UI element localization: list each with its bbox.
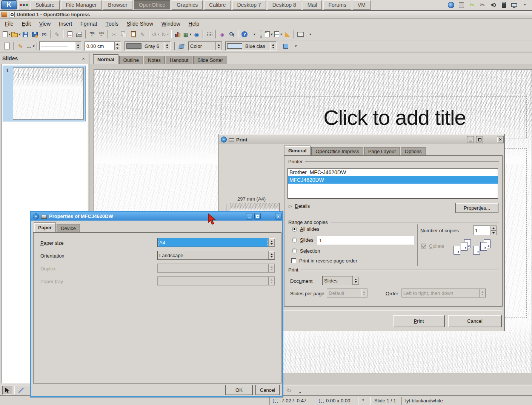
print-confirm-button[interactable]: Print bbox=[393, 315, 445, 327]
print-tab-options[interactable]: Options bbox=[401, 147, 426, 155]
reverse-order-checkbox[interactable]: Print in reverse page order bbox=[291, 258, 357, 264]
line-width-spinner[interactable]: 0.00 cm bbox=[85, 41, 121, 51]
cut-button[interactable]: ✂ bbox=[110, 30, 119, 39]
spellcheck-button[interactable]: ABC✓ bbox=[88, 30, 97, 39]
taskbar-item-openoffice[interactable]: OpenOffice bbox=[134, 0, 171, 10]
tab-slide-sorter[interactable]: Slide Sorter bbox=[193, 56, 227, 64]
copies-spinner[interactable]: 1 bbox=[473, 226, 497, 235]
tab-handout[interactable]: Handout bbox=[166, 56, 192, 64]
taskbar-item-calibre[interactable]: Calibre bbox=[204, 0, 231, 10]
props-close-button[interactable]: × bbox=[275, 213, 281, 219]
save-as-button[interactable] bbox=[30, 30, 39, 39]
slideshow-button[interactable] bbox=[296, 30, 305, 39]
printer-list-item[interactable]: Brother_MFC-J4620DW bbox=[288, 169, 498, 176]
desktop-pager-button[interactable] bbox=[18, 0, 29, 9]
title-placeholder[interactable]: Click to add title bbox=[221, 96, 527, 138]
tab-normal[interactable]: Normal bbox=[93, 54, 118, 64]
taskbar-item-forums[interactable]: Forums bbox=[323, 0, 351, 10]
autospellcheck-button[interactable]: ABC~ bbox=[97, 30, 106, 39]
edit-file-button[interactable]: ✎ bbox=[52, 30, 62, 39]
display-settings-icon[interactable] bbox=[510, 1, 518, 9]
volume-icon[interactable] bbox=[489, 1, 497, 9]
props-tab-paper[interactable]: Paper bbox=[34, 222, 56, 232]
save-button[interactable] bbox=[21, 30, 30, 39]
insert-chart-button[interactable] bbox=[173, 30, 182, 39]
menu-window[interactable]: Window bbox=[157, 19, 185, 29]
menu-file[interactable]: File bbox=[1, 19, 18, 29]
taskbar-item-vm[interactable]: VM bbox=[353, 0, 371, 10]
copy-button[interactable] bbox=[119, 30, 128, 39]
tray-collapse-arrow-icon[interactable] bbox=[521, 1, 529, 9]
clone-formatting-button[interactable]: ✎ bbox=[138, 30, 147, 39]
print-minimize-button[interactable] bbox=[467, 136, 474, 143]
taskbar-item-desktop7[interactable]: Desktop 7 bbox=[232, 0, 266, 10]
slides-range-input[interactable]: 1 bbox=[317, 236, 414, 245]
layout-name[interactable]: lyt-blackandwhite bbox=[405, 398, 443, 403]
hyperlink-button[interactable]: ◉ bbox=[192, 30, 201, 39]
select-tool-button[interactable] bbox=[2, 386, 12, 395]
taskbar-item-browser[interactable]: Browser bbox=[103, 0, 132, 10]
toolbar-drag-handle[interactable] bbox=[260, 30, 262, 38]
paper-size-combo[interactable]: A4 bbox=[157, 238, 275, 247]
props-minimize-button[interactable] bbox=[246, 213, 252, 219]
display-grid-button[interactable] bbox=[205, 30, 214, 39]
tab-outline[interactable]: Outline bbox=[119, 56, 143, 64]
radio-all-slides[interactable]: All slides bbox=[292, 226, 319, 232]
props-dialog-titlebar[interactable]: ~ Properties of MFCJ4620DW bbox=[31, 212, 282, 221]
insert-table-button[interactable]: ▦▾ bbox=[183, 30, 192, 39]
taskbar-item-solitaire[interactable]: Solitaire bbox=[31, 0, 60, 10]
area-style-bucket-icon[interactable] bbox=[177, 41, 186, 51]
radio-selection[interactable]: Selection bbox=[292, 248, 320, 254]
taskbar-item-file-manager[interactable]: File Manager bbox=[61, 0, 102, 10]
line-color-combo[interactable]: Gray 6 bbox=[125, 41, 171, 51]
paste-button[interactable] bbox=[129, 30, 138, 39]
print-tab-impress[interactable]: OpenOffice Impress bbox=[311, 147, 363, 155]
details-expander[interactable]: ▷ Details bbox=[289, 203, 310, 209]
new-document-button[interactable]: ▾ bbox=[2, 30, 11, 39]
fill-type-combo[interactable]: Color bbox=[188, 41, 222, 51]
line-style-combo[interactable] bbox=[39, 41, 81, 51]
email-document-button[interactable]: ✉ bbox=[40, 30, 49, 39]
slide-design-button[interactable] bbox=[283, 30, 292, 39]
kde-start-button[interactable]: K bbox=[1, 0, 17, 9]
arrow-style-button[interactable]: ↔▾ bbox=[26, 41, 35, 51]
slides-panel-close-icon[interactable]: × bbox=[80, 55, 86, 61]
props-cancel-button[interactable]: Cancel bbox=[255, 385, 280, 395]
zoom-button[interactable]: ▾ bbox=[227, 30, 236, 39]
taskbar-item-graphics[interactable]: Graphics bbox=[172, 0, 203, 10]
props-ok-button[interactable]: OK bbox=[225, 385, 253, 395]
window-menu-icon[interactable] bbox=[2, 12, 7, 17]
scissors-icon[interactable]: ✂ bbox=[479, 1, 486, 9]
properties-button[interactable]: Properties... bbox=[455, 203, 498, 213]
fill-color-combo[interactable]: Blue clas bbox=[225, 41, 277, 51]
redo-button[interactable]: ↻▾ bbox=[160, 30, 169, 39]
props-maximize-button[interactable] bbox=[254, 213, 261, 219]
line-style-pen-button[interactable]: ✎ bbox=[16, 41, 25, 51]
menu-insert[interactable]: Insert bbox=[55, 19, 76, 29]
menu-view[interactable]: View bbox=[35, 19, 55, 29]
props-tab-device[interactable]: Device bbox=[57, 224, 80, 232]
menu-format[interactable]: Format bbox=[76, 19, 101, 29]
window-titlebar[interactable]: Untitled 1 - OpenOffice Impress bbox=[0, 11, 532, 19]
slide-thumbnail-page[interactable] bbox=[13, 68, 84, 120]
open-button[interactable]: ▾ bbox=[11, 30, 20, 39]
print-cancel-button[interactable]: Cancel bbox=[448, 315, 502, 327]
reverse-order-checkbox-control[interactable] bbox=[291, 258, 296, 263]
tab-notes[interactable]: Notes bbox=[144, 56, 165, 64]
globe-network-icon[interactable] bbox=[447, 1, 455, 9]
slide-thumbnail-selected[interactable]: 1 bbox=[3, 66, 86, 121]
undo-button[interactable]: ↺▾ bbox=[151, 30, 160, 39]
print-maximize-button[interactable] bbox=[476, 136, 483, 143]
taskbar-item-desktop8[interactable]: Desktop 8 bbox=[268, 0, 301, 10]
print-button[interactable] bbox=[75, 30, 84, 39]
print-close-button[interactable]: × bbox=[497, 136, 504, 143]
scissors-green-icon[interactable]: ✂ bbox=[468, 1, 476, 9]
export-pdf-button[interactable]: PDF bbox=[65, 30, 74, 39]
shadow-button[interactable] bbox=[281, 41, 290, 51]
printer-list[interactable]: Brother_MFC-J4620DW MFCJ4620DW bbox=[288, 168, 498, 199]
taskbar-item-mail[interactable]: Mail bbox=[303, 0, 322, 10]
rotate-tool-button[interactable]: ↻ bbox=[284, 386, 294, 395]
presentation-toolbar-overflow-button[interactable]: ▾ bbox=[305, 30, 314, 39]
toolbar-overflow-button[interactable]: ▾ bbox=[249, 30, 258, 39]
menu-edit[interactable]: Edit bbox=[18, 19, 35, 29]
